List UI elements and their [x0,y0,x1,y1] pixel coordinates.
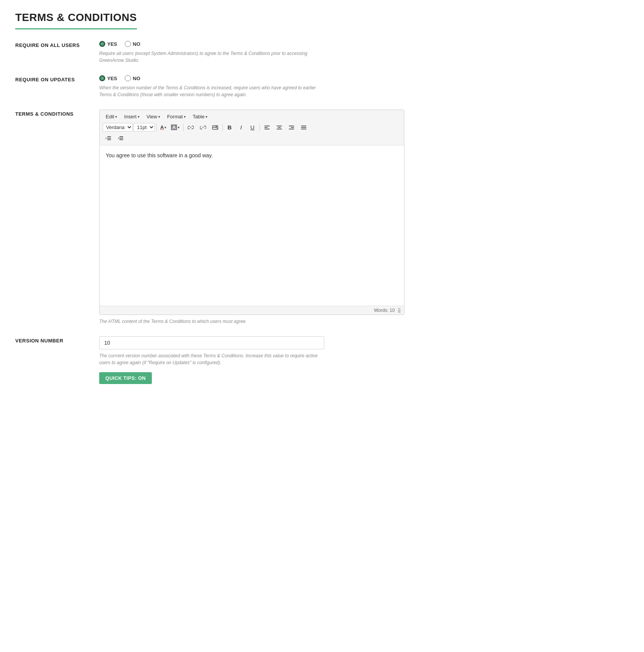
align-center-button[interactable] [274,123,285,132]
version-number-label: VERSION NUMBER [15,336,99,344]
require-all-users-radio-group: YES NO [99,41,404,47]
require-on-updates-no-radio[interactable] [125,75,131,81]
align-right-icon [288,124,295,131]
align-right-button[interactable] [286,123,297,132]
svg-rect-3 [264,127,268,128]
require-all-users-content: YES NO Require all users (except System … [99,41,404,64]
rich-text-editor: Edit ▾ Insert ▾ View ▾ Format ▾ [99,110,404,315]
format-menu-button[interactable]: Format ▾ [164,112,189,121]
require-on-updates-label: REQUIRE ON UPDATES [15,75,99,82]
svg-marker-17 [106,137,107,139]
require-all-users-yes-label: YES [107,41,117,47]
table-menu-button[interactable]: Table ▾ [190,112,211,121]
outdent-icon [105,135,111,141]
toolbar-menu-row: Edit ▾ Insert ▾ View ▾ Format ▾ [103,112,401,121]
page-title: TERMS & CONDITIONS [15,11,137,29]
insert-menu-chevron: ▾ [138,115,140,119]
require-on-updates-content: YES NO When the version number of the Te… [99,75,404,98]
svg-rect-12 [301,127,306,128]
svg-rect-9 [291,127,294,128]
font-color-chevron: ▾ [164,126,166,129]
require-on-updates-yes-label: YES [107,76,117,81]
edit-menu-chevron: ▾ [115,115,117,119]
justify-button[interactable] [298,123,309,132]
svg-rect-13 [301,129,306,129]
editor-statusbar: Words: 10 ⣿ [100,306,404,315]
link-button[interactable] [185,123,196,132]
require-all-users-yes-option[interactable]: YES [99,41,117,47]
svg-rect-18 [119,136,123,137]
outdent-button[interactable] [103,134,114,143]
require-on-updates-radio-group: YES NO [99,75,404,81]
svg-rect-8 [289,126,294,126]
editor-toolbar: Edit ▾ Insert ▾ View ▾ Format ▾ [100,110,404,145]
underline-button[interactable]: U [247,123,258,132]
insert-menu-button[interactable]: Insert ▾ [121,112,143,121]
require-on-updates-yes-radio[interactable] [99,75,105,81]
table-menu-chevron: ▾ [206,115,208,119]
svg-rect-10 [289,129,294,129]
highlight-color-chevron: ▾ [178,126,180,129]
unlink-button[interactable] [197,123,209,132]
version-number-field: VERSION NUMBER The currrent version numb… [15,336,404,384]
svg-rect-20 [119,139,123,140]
bold-button[interactable]: B [224,123,235,132]
font-color-label: A [160,124,164,130]
require-all-users-no-option[interactable]: NO [125,41,140,47]
view-menu-chevron: ▾ [158,115,160,119]
require-all-users-yes-radio[interactable] [99,41,105,47]
align-center-icon [276,124,282,131]
terms-conditions-label: TERMS & CONDITIONS [15,110,99,117]
svg-rect-15 [107,138,111,139]
svg-rect-2 [264,126,270,126]
require-all-users-no-label: NO [133,41,140,47]
require-all-users-label: REQUIRE ON ALL USERS [15,41,99,48]
insert-image-button[interactable] [209,123,221,132]
font-size-select[interactable]: 11pt [134,123,155,132]
require-on-updates-no-label: NO [133,76,140,81]
format-menu-chevron: ▾ [184,115,186,119]
require-on-updates-yes-option[interactable]: YES [99,75,117,81]
indent-icon [118,135,124,141]
terms-conditions-field: TERMS & CONDITIONS Edit ▾ Insert ▾ View [15,110,404,325]
terms-conditions-content: Edit ▾ Insert ▾ View ▾ Format ▾ [99,110,404,325]
highlight-color-button[interactable]: A ▾ [169,123,181,131]
align-left-button[interactable] [261,123,273,132]
svg-point-1 [216,126,217,127]
font-color-button[interactable]: A ▾ [158,123,168,131]
italic-button[interactable]: I [236,123,246,132]
image-icon [212,124,218,131]
editor-content-area[interactable]: You agree to use this software in a good… [100,145,404,306]
svg-marker-21 [118,137,119,139]
word-count: Words: 10 [374,308,394,313]
edit-menu-button[interactable]: Edit ▾ [103,112,120,121]
quick-tips-button[interactable]: QUICK TIPS: ON [99,372,152,384]
require-all-users-no-radio[interactable] [125,41,131,47]
svg-rect-6 [278,127,281,128]
indent-button[interactable] [115,134,126,143]
unlink-icon [200,124,206,131]
svg-rect-7 [277,129,282,129]
version-number-content: The currrent version number associated w… [99,336,404,384]
toolbar-separator-1 [156,124,157,131]
svg-rect-14 [107,136,111,137]
toolbar-separator-2 [183,124,184,131]
link-icon [188,124,194,131]
toolbar-separator-4 [259,124,260,131]
terms-conditions-help: The HTML content of the Terms & Conditio… [99,318,328,325]
require-on-updates-field: REQUIRE ON UPDATES YES NO When the versi… [15,75,404,98]
require-on-updates-no-option[interactable]: NO [125,75,140,81]
svg-rect-4 [264,129,270,129]
version-number-help: The currrent version number associated w… [99,352,324,366]
require-all-users-field: REQUIRE ON ALL USERS YES NO Require all … [15,41,404,64]
toolbar-format-row: Verdana 11pt A ▾ A ▾ [103,123,401,132]
font-family-select[interactable]: Verdana [103,123,133,132]
require-on-updates-help: When the version number of the Terms & C… [99,84,328,98]
toolbar-separator-3 [222,124,223,131]
resize-handle[interactable]: ⣿ [398,308,401,313]
align-left-icon [264,124,270,131]
version-number-input[interactable] [99,336,324,349]
svg-rect-16 [107,139,111,140]
view-menu-button[interactable]: View ▾ [143,112,163,121]
toolbar-indent-row [103,134,401,143]
